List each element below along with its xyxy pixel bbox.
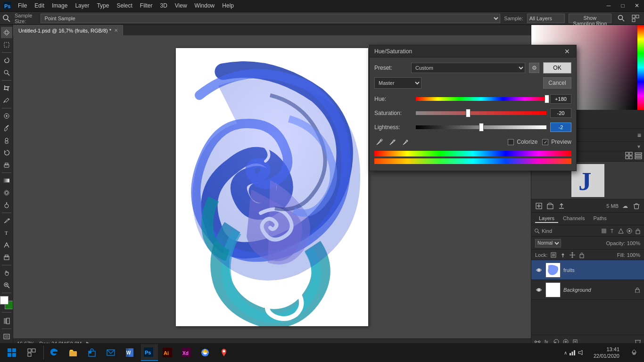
eyedropper-add-button[interactable]: + xyxy=(388,137,398,147)
taskbar-edge[interactable] xyxy=(47,344,64,361)
quick-mask-tool[interactable] xyxy=(1,315,12,327)
pixel-layer-icon[interactable] xyxy=(601,228,607,234)
screen-mode-tool[interactable] xyxy=(1,331,12,342)
lock-layer-icon[interactable] xyxy=(635,228,641,234)
menu-edit[interactable]: Edit xyxy=(31,0,48,12)
taskbar-illustrator[interactable]: Ai xyxy=(160,344,177,361)
tab-paths[interactable]: Paths xyxy=(590,214,611,223)
lock-all-icon[interactable] xyxy=(578,252,585,258)
dodge-tool[interactable] xyxy=(1,199,12,211)
brush-tool[interactable] xyxy=(1,123,12,134)
menu-file[interactable]: File xyxy=(14,0,31,12)
tab-layers[interactable]: Layers xyxy=(535,214,558,223)
lightness-thumb[interactable] xyxy=(479,123,484,132)
list-view-icon[interactable] xyxy=(635,152,642,161)
clone-stamp-tool[interactable] xyxy=(1,135,12,146)
document-tab[interactable]: Untitled-1.psd @ 16,7% (fruits, RGB/8) *… xyxy=(13,25,123,35)
saturation-track[interactable] xyxy=(416,111,546,115)
marquee-tool[interactable] xyxy=(1,39,12,50)
lock-position-icon[interactable] xyxy=(560,252,566,258)
time-display[interactable]: 13:41 22/01/2020 xyxy=(590,346,623,359)
layer-visibility-fruits[interactable] xyxy=(535,266,543,274)
hand-tool[interactable] xyxy=(1,267,12,279)
menu-layer[interactable]: Layer xyxy=(71,0,93,12)
pen-tool[interactable] xyxy=(1,215,12,226)
lightness-slider[interactable] xyxy=(416,123,546,132)
hue-value[interactable]: +180 xyxy=(550,94,571,104)
hue-track[interactable] xyxy=(416,97,546,101)
eyedropper-subtract-button[interactable]: - xyxy=(401,137,411,147)
path-selection-tool[interactable] xyxy=(1,239,12,251)
eyedropper-button[interactable] xyxy=(374,137,385,147)
lock-pixels-icon[interactable] xyxy=(550,252,557,258)
menu-3d[interactable]: 3D xyxy=(156,0,171,12)
healing-tool[interactable] xyxy=(1,110,12,122)
taskbar-store[interactable] xyxy=(84,344,101,361)
close-button[interactable]: ✕ xyxy=(630,0,644,12)
lasso-tool[interactable] xyxy=(1,55,12,66)
taskbar-photoshop[interactable]: Ps xyxy=(141,344,158,361)
taskbar-word[interactable]: W xyxy=(122,344,139,361)
search-icon[interactable] xyxy=(615,12,627,25)
preview-checkbox[interactable] xyxy=(542,139,548,145)
eraser-tool[interactable] xyxy=(1,159,12,171)
saturation-thumb[interactable] xyxy=(466,109,471,117)
show-hidden-icons[interactable]: ∧ xyxy=(564,350,567,355)
menu-window[interactable]: Window xyxy=(191,0,219,12)
dialog-close-button[interactable]: ✕ xyxy=(563,47,571,56)
grid-view-icon[interactable] xyxy=(625,152,633,161)
panel-menu-icon[interactable]: ≡ xyxy=(637,132,641,139)
menu-select[interactable]: Select xyxy=(113,0,136,12)
arrange-icon[interactable] xyxy=(629,12,642,25)
preset-gear-button[interactable]: ⚙ xyxy=(529,63,539,73)
channel-select[interactable]: Master xyxy=(374,77,421,89)
saturation-slider[interactable] xyxy=(416,109,546,117)
quick-select-tool[interactable] xyxy=(1,67,12,78)
task-view-button[interactable] xyxy=(23,344,41,362)
eyedropper-tool[interactable] xyxy=(1,95,12,106)
lightness-value[interactable]: -2 xyxy=(550,123,571,132)
menu-filter[interactable]: Filter xyxy=(136,0,157,12)
adjustment-layer-icon[interactable] xyxy=(626,228,633,234)
minimize-button[interactable]: ─ xyxy=(602,0,616,12)
saturation-value[interactable]: -20 xyxy=(550,108,571,118)
type-layer-icon[interactable]: T xyxy=(609,228,616,234)
taskbar-file-explorer[interactable] xyxy=(66,344,83,361)
hue-saturation-dialog[interactable]: Hue/Saturation ✕ Preset: Custom ⚙ OK Mas… xyxy=(369,45,577,171)
layer-visibility-background[interactable] xyxy=(535,286,543,294)
ok-button[interactable]: OK xyxy=(543,62,571,74)
blur-tool[interactable] xyxy=(1,187,12,198)
colorize-checkbox[interactable] xyxy=(508,139,514,145)
cancel-button[interactable]: Cancel xyxy=(543,77,571,89)
notification-button[interactable] xyxy=(627,344,641,362)
hue-thumb[interactable] xyxy=(545,95,549,103)
taskbar-chrome[interactable] xyxy=(198,344,215,361)
menu-help[interactable]: Help xyxy=(218,0,238,12)
preset-select[interactable]: Custom xyxy=(411,63,525,73)
tab-close-button[interactable]: ✕ xyxy=(114,28,118,33)
taskbar-maps[interactable] xyxy=(216,344,233,361)
tab-channels[interactable]: Channels xyxy=(559,214,588,223)
library-menu-icon[interactable]: ▾ xyxy=(637,143,640,150)
taskbar-xd[interactable]: Xd xyxy=(179,344,196,361)
layer-fruits[interactable]: fruits xyxy=(531,260,644,280)
sample-size-select[interactable]: Point Sample xyxy=(41,14,501,23)
new-group-button[interactable] xyxy=(545,201,555,211)
maximize-button[interactable]: □ xyxy=(616,0,630,12)
show-sampling-ring-button[interactable]: Show Sampling Ring xyxy=(569,14,611,23)
upload-button[interactable] xyxy=(557,201,566,211)
crop-tool[interactable] xyxy=(1,82,12,94)
lock-move-icon[interactable] xyxy=(569,252,576,258)
add-layer-button[interactable] xyxy=(534,201,544,211)
gradient-tool[interactable] xyxy=(1,175,12,186)
menu-type[interactable]: Type xyxy=(93,0,113,12)
zoom-tool[interactable] xyxy=(1,280,12,291)
blend-mode-select[interactable]: Normal xyxy=(535,239,561,247)
delete-layer-button[interactable] xyxy=(632,201,641,211)
type-tool[interactable]: T xyxy=(1,227,12,239)
start-button[interactable] xyxy=(3,344,21,362)
shape-tool[interactable] xyxy=(1,252,12,263)
taskbar-mail[interactable] xyxy=(103,344,120,361)
menu-view[interactable]: View xyxy=(171,0,191,12)
hue-slider[interactable] xyxy=(416,95,546,103)
